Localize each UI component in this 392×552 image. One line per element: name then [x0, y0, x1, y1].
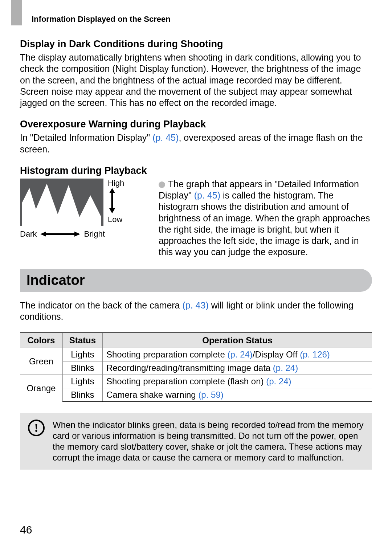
page-reference-link[interactable]: (p. 126)	[300, 349, 330, 359]
text-segment: The indicator on the back of the camera	[20, 300, 182, 310]
caution-text: When the indicator blinks green, data is…	[53, 420, 364, 463]
text-segment: Shooting preparation complete (flash on)	[106, 376, 266, 386]
page-reference-link[interactable]: (p. 59)	[198, 390, 223, 400]
section-heading-overexposure: Overexposure Warning during Playback	[20, 119, 372, 130]
operation-cell: Shooting preparation complete (p. 24)/Di…	[102, 348, 372, 361]
svg-marker-0	[22, 184, 101, 226]
table-row: Blinks Recording/reading/transmitting im…	[20, 361, 372, 375]
page-reference-link[interactable]: (p. 45)	[194, 190, 220, 200]
axis-label-dark: Dark	[20, 229, 37, 239]
svg-marker-5	[40, 232, 46, 237]
text-segment: Recording/reading/transmitting image dat…	[106, 363, 273, 373]
body-paragraph: The display automatically brightens when…	[20, 52, 372, 109]
running-header: Information Displayed on the Screen	[32, 15, 372, 24]
svg-marker-6	[74, 232, 80, 237]
operation-cell: Shooting preparation complete (flash on)…	[102, 375, 372, 388]
horizontal-double-arrow-icon	[40, 230, 80, 238]
histogram-peaks-icon	[22, 181, 101, 226]
text-segment: Camera shake warning	[106, 390, 198, 400]
section-title-indicator: Indicator	[20, 269, 372, 292]
table-header-row: Colors Status Operation Status	[20, 333, 372, 348]
page-content: Information Displayed on the Screen Disp…	[20, 15, 372, 470]
axis-label-low: Low	[108, 215, 124, 224]
page-reference-link[interactable]: (p. 45)	[152, 132, 179, 143]
svg-marker-2	[109, 188, 115, 193]
table-row: Orange Lights Shooting preparation compl…	[20, 375, 372, 388]
text-segment: In "Detailed Information Display"	[20, 132, 152, 143]
histogram-figure-block: High Low Dark Bright	[20, 179, 372, 258]
text-segment: Shooting preparation complete	[106, 349, 228, 359]
text-segment: /Display Off	[253, 349, 300, 359]
page-number: 46	[20, 524, 32, 536]
svg-marker-3	[109, 208, 115, 213]
status-cell: Blinks	[62, 388, 102, 402]
axis-label-bright: Bright	[84, 229, 105, 239]
histogram-description: The graph that appears in "Detailed Info…	[159, 179, 372, 258]
section-heading-dark-display: Display in Dark Conditions during Shooti…	[20, 38, 372, 50]
page-reference-link[interactable]: (p. 24)	[266, 376, 291, 386]
status-cell: Lights	[62, 348, 102, 361]
bullet-icon	[159, 181, 165, 188]
status-cell: Blinks	[62, 361, 102, 375]
vertical-double-arrow-icon	[108, 188, 117, 213]
axis-label-high: High	[108, 179, 124, 188]
body-paragraph: In "Detailed Information Display" (p. 45…	[20, 132, 372, 155]
color-cell: Green	[20, 348, 62, 375]
table-row: Blinks Camera shake warning (p. 59)	[20, 388, 372, 402]
col-header-status: Status	[62, 333, 102, 348]
status-cell: Lights	[62, 375, 102, 388]
page-reference-link[interactable]: (p. 24)	[273, 363, 298, 373]
indicator-table: Colors Status Operation Status Green Lig…	[20, 332, 372, 402]
col-header-operation: Operation Status	[102, 333, 372, 348]
operation-cell: Camera shake warning (p. 59)	[102, 388, 372, 402]
table-row: Green Lights Shooting preparation comple…	[20, 348, 372, 361]
indicator-intro: The indicator on the back of the camera …	[20, 300, 372, 323]
col-header-colors: Colors	[20, 333, 62, 348]
page-reference-link[interactable]: (p. 43)	[182, 300, 208, 310]
histogram-graph	[20, 179, 103, 226]
color-cell: Orange	[20, 375, 62, 402]
page-reference-link[interactable]: (p. 24)	[227, 349, 252, 359]
operation-cell: Recording/reading/transmitting image dat…	[102, 361, 372, 375]
caution-note: ! When the indicator blinks green, data …	[20, 413, 372, 470]
section-heading-histogram: Histogram during Playback	[20, 165, 372, 176]
caution-icon: !	[28, 420, 45, 436]
